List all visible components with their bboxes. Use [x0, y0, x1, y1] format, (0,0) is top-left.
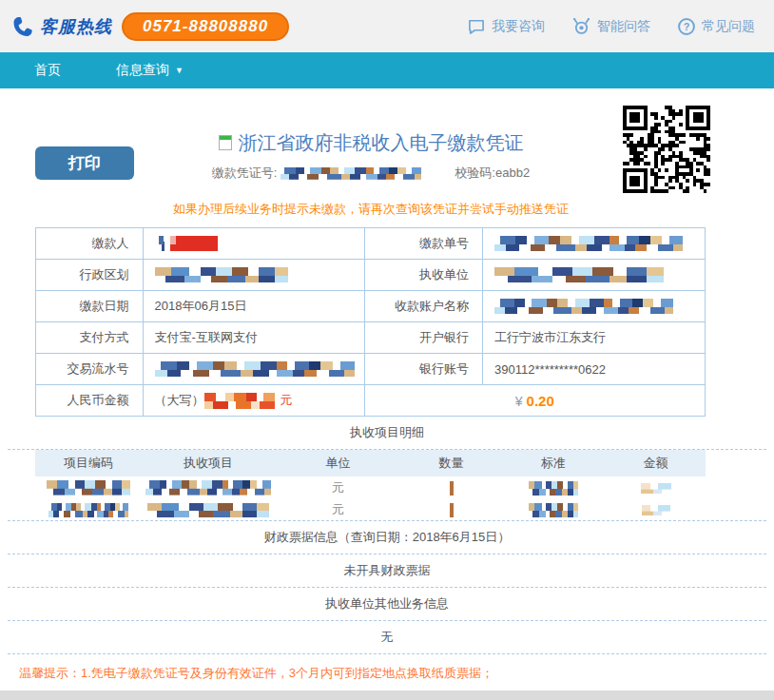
bank-account-value: 390112*********0622 [483, 354, 706, 385]
voucher-no-label: 缴款凭证号: [212, 165, 278, 180]
robot-icon [571, 16, 591, 36]
svg-text:?: ? [684, 20, 690, 31]
voucher-no-redacted [281, 167, 421, 180]
certificate-icon [219, 135, 232, 150]
item-amt-redacted [641, 483, 671, 495]
footer-bar [0, 690, 774, 700]
nav-item-home[interactable]: 首页 [34, 62, 61, 79]
order-no-redacted [494, 236, 683, 252]
pay-date-value: 2018年06月15日 [143, 291, 364, 322]
serial-redacted [155, 361, 355, 378]
page-title-text: 浙江省政府非税收入电子缴款凭证 [239, 132, 524, 153]
dashed-divider [8, 653, 766, 654]
bill-status: 未开具财政票据 [0, 554, 774, 587]
smart-qa-link[interactable]: 智能问答 [571, 16, 650, 36]
other-info-value: 无 [0, 621, 774, 653]
bill-info-title: 财政票据信息（查询日期：2018年6月15日） [0, 521, 774, 554]
item-std-cell [501, 476, 606, 498]
item-unit-cell: 元 [275, 498, 401, 520]
other-info-title: 执收单位其他业务信息 [0, 588, 774, 620]
order-no-value [483, 228, 706, 260]
item-code-redacted [47, 480, 130, 496]
chat-bubble-icon [467, 17, 486, 36]
region-value [143, 260, 364, 291]
item-unit-cell: 元 [275, 476, 401, 498]
items-header-row: 项目编码 执收项目 单位 数量 标准 金额 [35, 450, 706, 476]
items-table: 项目编码 执收项目 单位 数量 标准 金额 元 元 [35, 450, 706, 520]
amount-prefix: （大写） [155, 393, 204, 407]
agency-redacted [494, 267, 664, 283]
content: 打印 浙江省政府非税收入电子缴款凭证 缴款凭证号: 校验码:eabb2 如果办理… [0, 88, 774, 682]
title-wrap: 浙江省政府非税收入电子缴款凭证 缴款凭证号: 校验码:eabb2 [0, 130, 742, 182]
item-qty-redacted [450, 481, 454, 496]
col-unit: 单位 [275, 450, 401, 476]
phone-icon [7, 13, 36, 40]
account-name-label: 收款账户名称 [364, 291, 483, 322]
bottom-notice: 温馨提示：1.凭电子缴款凭证号及身份有效证件，3个月内可到指定地点换取纸质票据； [19, 665, 755, 682]
table-row: 交易流水号 银行账号 390112*********0622 [36, 354, 706, 385]
item-code-cell [35, 476, 142, 498]
payer-redacted [155, 236, 218, 252]
item-qty-cell [401, 476, 501, 498]
amount-words-cell: （大写）元 [143, 385, 364, 417]
item-name-cell [142, 498, 275, 520]
item-std-redacted [529, 481, 578, 496]
col-item-name: 执收项目 [142, 450, 275, 476]
pay-method-label: 支付方式 [36, 322, 144, 354]
item-name-cell [142, 476, 275, 498]
item-qty-redacted [450, 503, 454, 517]
faq-label: 常见问题 [702, 18, 755, 35]
consult-link[interactable]: 我要咨询 [467, 17, 545, 36]
region-label: 行政区划 [36, 260, 144, 291]
payer-value [143, 228, 364, 260]
head-area: 打印 浙江省政府非税收入电子缴款凭证 缴款凭证号: 校验码:eabb2 [0, 88, 774, 195]
hotline-number-badge: 0571-88808880 [122, 12, 289, 41]
table-row: 缴款人 缴款单号 [36, 228, 706, 260]
payment-warning: 如果办理后续业务时提示未缴款，请再次查询该凭证并尝试手动推送凭证 [0, 195, 742, 224]
hotline-label: 客服热线 [40, 15, 112, 38]
account-name-redacted [494, 299, 673, 315]
pay-method-value: 支付宝-互联网支付 [143, 322, 364, 354]
col-quantity: 数量 [401, 450, 501, 476]
item-name-redacted [147, 503, 269, 517]
bank-account-label: 银行账号 [364, 354, 483, 385]
table-row: 行政区划 执收单位 [36, 260, 706, 291]
region-redacted [155, 267, 288, 283]
item-std-redacted [529, 503, 578, 517]
col-amount: 金额 [606, 450, 706, 476]
pay-date-label: 缴款日期 [36, 291, 144, 322]
item-amt-redacted [642, 505, 670, 516]
account-name-value [483, 291, 706, 322]
item-std-cell [501, 498, 606, 520]
item-code-redacted [48, 503, 128, 517]
check-code: 校验码:eabb2 [455, 165, 530, 180]
item-qty-cell [401, 498, 501, 520]
table-row: 缴款日期 2018年06月15日 收款账户名称 [36, 291, 706, 322]
nav-item-info-query[interactable]: 信息查询 ▼ [116, 62, 184, 79]
col-standard: 标准 [501, 450, 606, 476]
bank-label: 开户银行 [364, 322, 483, 354]
col-item-code: 项目编码 [35, 450, 142, 476]
bank-value: 工行宁波市江东支行 [483, 322, 706, 354]
nav-home-label: 首页 [34, 62, 61, 79]
currency-symbol: ¥ [515, 394, 523, 409]
item-code-cell [35, 498, 142, 520]
payment-info-table: 缴款人 缴款单号 行政区划 执收单位 缴款日期 2018年06月15日 收款账户… [35, 227, 706, 417]
topbar: 客服热线 0571-88808880 我要咨询 智能问答 ? 常见问 [0, 0, 774, 52]
payer-label: 缴款人 [36, 228, 144, 260]
page-title: 浙江省政府非税收入电子缴款凭证 [0, 130, 742, 156]
item-amt-cell [606, 498, 706, 520]
faq-link[interactable]: ? 常见问题 [677, 17, 755, 36]
table-row: 支付方式 支付宝-互联网支付 开户银行 工行宁波市江东支行 [36, 322, 706, 354]
item-row: 元 [35, 476, 706, 498]
amount-unit: 元 [281, 393, 293, 407]
consult-label: 我要咨询 [492, 18, 545, 35]
amount-label: 人民币金额 [36, 385, 144, 417]
topbar-links: 我要咨询 智能问答 ? 常见问题 [467, 16, 755, 36]
table-row: 人民币金额 （大写）元 ¥0.20 [36, 385, 706, 417]
serial-label: 交易流水号 [36, 354, 144, 385]
items-section-title: 执收项目明细 [0, 417, 774, 449]
item-row: 元 [35, 498, 706, 520]
main-nav: 首页 信息查询 ▼ [0, 52, 774, 88]
item-amt-cell [606, 476, 706, 498]
